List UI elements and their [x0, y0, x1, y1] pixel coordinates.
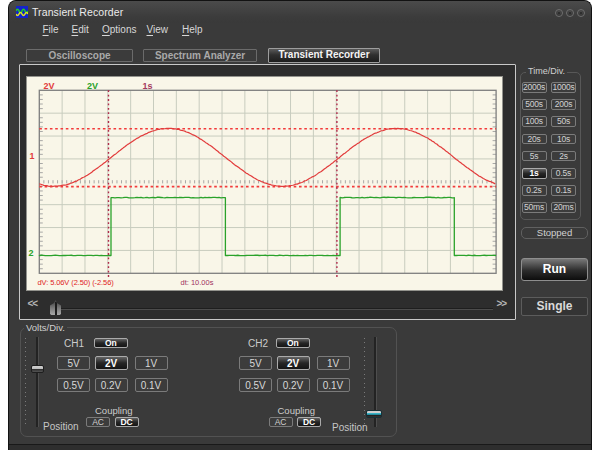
title-bar[interactable]: Transient Recorder — [9, 1, 591, 23]
timebase-1000s-button[interactable]: 1000s — [551, 82, 576, 93]
waveform-canvas — [27, 77, 502, 291]
ch2-volts-02v[interactable]: 0.2V — [277, 378, 310, 393]
ch1-on-button[interactable]: On — [94, 338, 129, 349]
ch1-position-slider-handle[interactable] — [31, 365, 44, 373]
menu-view[interactable]: View — [147, 24, 169, 35]
timebase-10s-button[interactable]: 10s — [551, 134, 576, 145]
timebase-5s-button[interactable]: 5s — [522, 151, 547, 162]
ch2-scale-label: 2V — [87, 81, 98, 91]
ch1-scale-label: 2V — [44, 81, 55, 91]
ch2-coupling-dc[interactable]: DC — [297, 417, 321, 428]
ch2-volts-2v[interactable]: 2V — [277, 356, 310, 371]
acquisition-status: Stopped — [521, 227, 588, 239]
minimize-button[interactable] — [555, 9, 563, 17]
timebase-20s-button[interactable]: 20s — [522, 134, 547, 145]
cursor-voltage-readout: dV: 5.06V (2.50) (-2.56) — [38, 278, 114, 287]
close-button[interactable] — [577, 9, 585, 17]
menu-edit-label: dit — [78, 24, 89, 35]
ch1-coupling-label: Coupling — [95, 405, 133, 416]
ch1-position-slider-track[interactable] — [36, 337, 39, 427]
timebase-100s-button[interactable]: 100s — [522, 116, 547, 127]
timebase-group-label: Time/Div. — [526, 66, 567, 76]
ch2-volts-1v[interactable]: 1V — [317, 356, 350, 371]
ch1-position-label: Position — [43, 421, 79, 432]
menu-options-label: ptions — [110, 24, 137, 35]
timebase-50s-button[interactable]: 50s — [551, 116, 576, 127]
ch1-volts-05v[interactable]: 0.5V — [57, 378, 90, 393]
timebase-05s-button[interactable]: 0.5s — [551, 168, 576, 179]
ch2-coupling-ac[interactable]: AC — [269, 417, 293, 428]
ch1-zero-marker: 1 — [30, 151, 35, 161]
ch2-position-slider-handle[interactable] — [366, 410, 382, 418]
scroll-track[interactable] — [57, 308, 493, 310]
menu-options[interactable]: Options — [102, 24, 136, 35]
menu-file[interactable]: File — [43, 24, 59, 35]
ch1-volts-01v[interactable]: 0.1V — [135, 378, 168, 393]
tab-spectrum-analyzer[interactable]: Spectrum Analyzer — [143, 49, 257, 62]
app-window: Transient Recorder File Edit Options Vie… — [8, 0, 592, 450]
ch2-position-label: Position — [332, 422, 368, 433]
app-icon — [16, 6, 28, 18]
ch1-volts-5v[interactable]: 5V — [57, 356, 90, 371]
tab-transient-recorder[interactable]: Transient Recorder — [268, 48, 380, 63]
ch2-position-slider-ticks — [364, 338, 365, 428]
ch2-volts-5v[interactable]: 5V — [239, 356, 272, 371]
ch1-coupling-dc[interactable]: DC — [115, 417, 139, 428]
timebase-01s-button[interactable]: 0.1s — [551, 185, 576, 196]
ch1-volts-1v[interactable]: 1V — [135, 356, 168, 371]
scroll-left-icon[interactable]: << — [28, 298, 38, 309]
timebase-2s-button[interactable]: 2s — [551, 151, 576, 162]
ch2-label: CH2 — [248, 338, 268, 349]
menu-file-label: ile — [49, 24, 59, 35]
ch2-coupling-label: Coupling — [278, 405, 316, 416]
menu-options-accelerator: O — [102, 24, 110, 35]
ch2-volts-05v[interactable]: 0.5V — [239, 378, 272, 393]
window-title: Transient Recorder — [32, 1, 123, 23]
ch2-zero-marker: 2 — [29, 248, 34, 258]
timebase-scale-label: 1s — [143, 81, 153, 91]
ch2-on-button[interactable]: On — [276, 338, 311, 349]
timebase-02s-button[interactable]: 0.2s — [522, 185, 547, 196]
ch2-volts-01v[interactable]: 0.1V — [317, 378, 350, 393]
timebase-group — [520, 72, 581, 220]
ch1-volts-02v[interactable]: 0.2V — [95, 378, 128, 393]
scroll-handle[interactable] — [50, 300, 61, 316]
timebase-2000s-button[interactable]: 2000s — [522, 82, 547, 93]
ch1-position-slider-ticks — [25, 338, 26, 428]
menu-bar: File Edit Options View Help — [9, 23, 591, 39]
menu-edit[interactable]: Edit — [72, 24, 89, 35]
timebase-1s-button[interactable]: 1s — [522, 168, 547, 179]
volts-group-label: Volts/Div. — [24, 322, 67, 333]
menu-help[interactable]: Help — [182, 24, 203, 35]
scope-display-panel: 2V 2V 1s 1 2 dV: 5.06V (2.50) (-2.56) dt… — [19, 64, 516, 320]
maximize-button[interactable] — [566, 9, 574, 17]
waveform-plot: 2V 2V 1s 1 2 dV: 5.06V (2.50) (-2.56) dt… — [26, 76, 503, 291]
ch1-volts-2v[interactable]: 2V — [95, 356, 128, 371]
menu-view-label: iew — [153, 24, 168, 35]
desktop: Transient Recorder File Edit Options Vie… — [0, 0, 600, 450]
run-button[interactable]: Run — [521, 258, 588, 281]
ch1-coupling-ac[interactable]: AC — [86, 417, 110, 428]
menu-help-label: elp — [189, 24, 202, 35]
cursor-time-readout: dt: 10.00s — [181, 278, 214, 287]
single-button[interactable]: Single — [521, 297, 588, 316]
ch1-label: CH1 — [64, 338, 84, 349]
timebase-200s-button[interactable]: 200s — [551, 99, 576, 110]
tab-oscilloscope[interactable]: Oscilloscope — [26, 49, 133, 62]
timebase-500s-button[interactable]: 500s — [522, 99, 547, 110]
window-bottom-edge — [9, 444, 591, 450]
timebase-20ms-button[interactable]: 20ms — [551, 202, 576, 213]
scroll-right-icon[interactable]: >> — [497, 298, 507, 309]
timebase-50ms-button[interactable]: 50ms — [522, 202, 547, 213]
